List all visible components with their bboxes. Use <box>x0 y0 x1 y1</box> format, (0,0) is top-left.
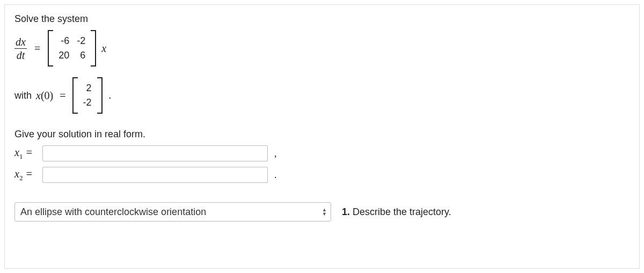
derivative-fraction: dx dt <box>14 36 27 61</box>
x2-trail: . <box>274 169 277 181</box>
x1-eq: = <box>23 146 33 158</box>
matrix-a11: -6 <box>61 35 69 47</box>
problem-container: Solve the system dx dt = -6 -2 20 6 x wi… <box>4 4 640 269</box>
vector-body: 2 -2 <box>78 77 97 114</box>
question-text: Describe the trajectory. <box>350 206 451 217</box>
matrix-body: -6 -2 20 6 <box>53 30 91 67</box>
system-equation: dx dt = -6 -2 20 6 x <box>14 30 630 67</box>
x1-input[interactable] <box>42 145 268 161</box>
trajectory-row: An ellipse with counterclockwise orienta… <box>14 202 630 222</box>
vector-v2: -2 <box>83 97 92 108</box>
ic-equals: = <box>57 90 68 102</box>
bracket-left <box>48 30 53 67</box>
coefficient-matrix: -6 -2 20 6 <box>48 30 96 67</box>
fraction-denominator: dt <box>16 49 26 61</box>
x-var: x <box>36 90 41 101</box>
trajectory-question: 1. Describe the trajectory. <box>342 206 451 218</box>
fraction-bar <box>14 48 27 49</box>
with-label: with <box>14 90 32 101</box>
bracket-right <box>97 77 103 114</box>
answer-row-x2: x2 = . <box>14 167 630 183</box>
equals-sign: = <box>32 42 42 55</box>
x2-label: x2 = <box>14 168 38 182</box>
initial-condition: with x(0) = 2 -2 . <box>14 77 630 114</box>
zero-arg: (0) <box>41 90 53 101</box>
matrix-a21: 20 <box>58 50 69 61</box>
x2-var: x <box>14 168 19 180</box>
matrix-a12: -2 <box>77 35 85 47</box>
trajectory-select[interactable]: An ellipse with counterclockwise orienta… <box>14 202 331 222</box>
x1-label: x1 = <box>14 146 38 161</box>
matrix-a22: 6 <box>80 50 85 61</box>
instruction-text: Give your solution in real form. <box>14 129 630 140</box>
question-number: 1. <box>342 206 350 217</box>
x1-var: x <box>14 146 19 158</box>
trajectory-select-wrap: An ellipse with counterclockwise orienta… <box>14 202 331 222</box>
x2-eq: = <box>23 168 33 180</box>
variable-x: x <box>101 42 106 55</box>
fraction-numerator: dx <box>14 36 27 48</box>
x2-input[interactable] <box>42 167 268 183</box>
x1-trail: , <box>274 148 277 159</box>
prompt-text: Solve the system <box>14 13 630 25</box>
x-of-zero: x(0) <box>36 90 53 102</box>
bracket-left <box>72 77 78 114</box>
ic-period: . <box>109 90 112 101</box>
answer-row-x1: x1 = , <box>14 145 630 161</box>
bracket-right <box>91 30 96 67</box>
initial-vector: 2 -2 <box>72 77 103 114</box>
vector-v1: 2 <box>86 83 92 94</box>
